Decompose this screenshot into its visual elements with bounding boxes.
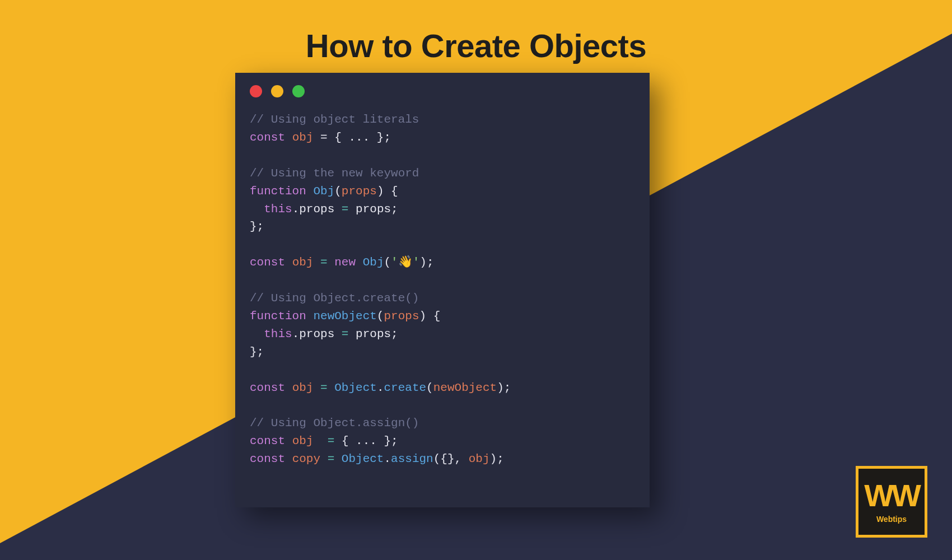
code-text: { ... }; (342, 435, 398, 447)
code-operator: = (334, 328, 356, 340)
code-keyword: this (264, 328, 292, 340)
code-param: props (342, 185, 377, 198)
code-function: Obj (363, 256, 384, 269)
code-block: // Using object literals const obj = { .… (235, 101, 650, 485)
page-title: How to Create Objects (0, 27, 952, 64)
maximize-icon[interactable] (292, 85, 305, 97)
code-pad (313, 435, 327, 447)
code-brace: }; (250, 220, 264, 233)
code-editor-window: // Using object literals const obj = { .… (235, 73, 650, 507)
code-semi: ; (391, 203, 398, 216)
code-class: Object (334, 381, 377, 394)
code-keyword: function (250, 185, 306, 198)
code-identifier: obj (469, 452, 490, 465)
code-keyword: const (250, 256, 285, 269)
code-comment: // Using Object.create() (250, 292, 419, 305)
code-comment: // Using Object.assign() (250, 417, 419, 430)
code-paren: ); (490, 452, 504, 465)
code-comment: // Using the new keyword (250, 167, 419, 180)
code-keyword: const (250, 131, 285, 144)
code-identifier: props (356, 203, 391, 216)
close-icon[interactable] (250, 85, 262, 97)
code-function: newObject (313, 310, 376, 323)
code-keyword: const (250, 452, 285, 465)
code-string: '👋' (391, 256, 419, 269)
code-property: .props (292, 328, 335, 340)
code-operator: = (320, 452, 342, 465)
code-paren: ( (334, 185, 342, 198)
code-arg: {} (440, 452, 454, 465)
code-dot: . (377, 381, 384, 394)
code-paren: ( (426, 381, 433, 394)
code-comment: // Using object literals (250, 113, 419, 126)
code-identifier: props (356, 328, 391, 340)
code-operator: = (313, 256, 334, 269)
code-operator: = (313, 381, 334, 394)
stage: How to Create Objects // Using object li… (0, 0, 952, 560)
code-identifier: obj (292, 256, 314, 269)
code-brace: }; (250, 346, 264, 358)
code-method: create (384, 381, 426, 394)
code-paren: ); (497, 381, 511, 394)
code-keyword: const (250, 381, 285, 394)
code-keyword: new (334, 256, 356, 269)
code-semi: ; (391, 328, 398, 340)
code-paren: ) { (419, 310, 440, 323)
window-traffic-lights (235, 73, 650, 101)
code-paren: ( (433, 452, 441, 465)
code-property: .props (292, 203, 335, 216)
logo-subtitle: Webtips (876, 515, 907, 524)
code-operator: = (328, 435, 342, 447)
code-paren: ); (419, 256, 433, 269)
code-class: Object (342, 452, 384, 465)
code-keyword: function (250, 310, 306, 323)
code-sep: , (455, 452, 469, 465)
code-paren: ) { (377, 185, 398, 198)
code-paren: ( (377, 310, 384, 323)
code-keyword: const (250, 435, 285, 447)
code-identifier: obj (292, 435, 314, 447)
minimize-icon[interactable] (271, 85, 283, 97)
code-param: props (384, 310, 419, 323)
code-keyword: this (264, 203, 292, 216)
code-identifier: newObject (433, 381, 497, 394)
code-identifier: obj (292, 131, 314, 144)
code-function: Obj (313, 185, 334, 198)
logo-mark: WW (864, 480, 919, 511)
code-method: assign (391, 452, 433, 465)
webtips-logo[interactable]: WW Webtips (856, 466, 927, 538)
code-identifier: copy (292, 452, 320, 465)
code-identifier: obj (292, 381, 314, 394)
code-dot: . (384, 452, 391, 465)
code-text: = { ... }; (313, 131, 391, 144)
code-operator: = (334, 203, 356, 216)
code-paren: ( (384, 256, 391, 269)
